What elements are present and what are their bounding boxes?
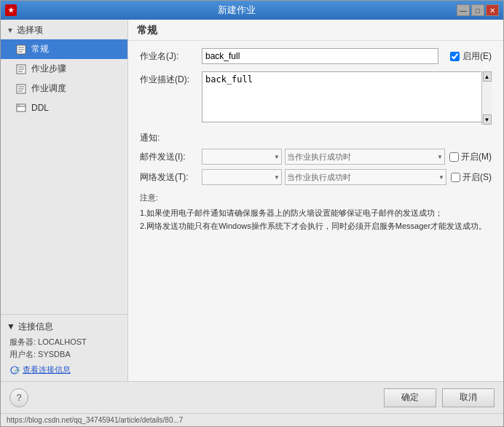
connection-info-section: ▼ 连接信息 服务器: LOCALHOST 用户名: SYSDBA 🔗 查看连接… xyxy=(1,314,127,381)
general-label: 常规 xyxy=(31,43,49,55)
sidebar-item-ddl[interactable]: DDL xyxy=(1,98,127,117)
net-condition-select[interactable]: 当作业执行成功时 xyxy=(285,169,446,185)
connection-link-text: 查看连接信息 xyxy=(23,364,71,375)
footer: ? 确定 取消 xyxy=(1,381,503,413)
email-condition-select[interactable]: 当作业执行成功时 xyxy=(285,149,445,165)
steps-label: 作业步骤 xyxy=(31,63,66,75)
right-panel: 常规 作业名(J): 启用(E) 作业描述(D): back_full xyxy=(128,20,503,381)
view-connection-link[interactable]: 🔗 查看连接信息 xyxy=(7,364,122,375)
connection-details: 服务器: LOCALHOST 用户名: SYSDBA xyxy=(7,336,122,361)
email-enable-label: 开启(M) xyxy=(461,151,492,163)
job-desc-wrapper: back_full ▲ ▼ xyxy=(202,71,492,125)
maximize-button[interactable]: □ xyxy=(471,4,484,16)
ddl-label: DDL xyxy=(31,103,49,113)
net-recipient-select-wrapper: ▼ xyxy=(202,169,282,185)
steps-icon xyxy=(15,63,27,75)
email-notify-row: 邮件发送(I): ▼ 当作业执行成功时 ▼ xyxy=(140,149,492,165)
notify-title: 通知: xyxy=(140,132,492,144)
email-enable-checkbox[interactable] xyxy=(449,152,459,162)
sidebar-section-label: 选择项 xyxy=(17,24,43,36)
job-name-label: 作业名(J): xyxy=(140,50,202,63)
net-enable-check-row: 开启(S) xyxy=(451,171,492,184)
email-recipient-select-wrapper: ▼ xyxy=(202,149,282,165)
notify-section: 通知: 邮件发送(I): ▼ 当作业执行成功时 xyxy=(140,132,492,185)
note-line-1: 1.如果使用电子邮件通知请确保服务器上的防火墙设置能够保证电子邮件的发送成功； xyxy=(140,206,492,220)
net-notify-row: 网络发送(T): ▼ 当作业执行成功时 ▼ xyxy=(140,169,492,185)
status-bar: https://blog.csdn.net/qq_34745941/articl… xyxy=(1,413,503,426)
connection-title-label: 连接信息 xyxy=(18,321,53,333)
enabled-label: 启用(E) xyxy=(462,50,492,63)
net-enable-label: 开启(S) xyxy=(462,171,492,184)
note-title: 注意: xyxy=(140,191,492,205)
connection-link-icon: 🔗 xyxy=(9,365,20,375)
job-desc-input[interactable]: back_full xyxy=(202,71,492,122)
connection-arrow-icon: ▼ xyxy=(7,321,15,332)
connection-title: ▼ 连接信息 xyxy=(7,321,122,333)
sidebar-item-steps[interactable]: 作业步骤 xyxy=(1,59,127,79)
sidebar-item-schedule[interactable]: 作业调度 xyxy=(1,79,127,98)
svg-rect-12 xyxy=(17,104,25,111)
net-enable-checkbox[interactable] xyxy=(451,173,460,182)
cancel-button[interactable]: 取消 xyxy=(442,388,495,407)
footer-right: 确定 取消 xyxy=(384,388,495,407)
window-controls: — □ ✕ xyxy=(457,4,499,16)
footer-left: ? xyxy=(9,388,28,407)
close-button[interactable]: ✕ xyxy=(486,4,499,16)
main-content: ▼ 选择项 常规 xyxy=(1,20,503,381)
net-recipient-select[interactable] xyxy=(202,169,282,185)
textarea-scrollbar: ▲ ▼ xyxy=(481,71,492,125)
titlebar: ★ 新建作业 — □ ✕ xyxy=(1,1,503,20)
email-recipient-select[interactable] xyxy=(202,149,282,165)
schedule-icon xyxy=(15,83,27,95)
email-label: 邮件发送(I): xyxy=(140,151,202,163)
general-icon xyxy=(15,44,27,55)
sidebar-item-general[interactable]: 常规 xyxy=(1,39,127,59)
main-window: ★ 新建作业 — □ ✕ ▼ 选择项 xyxy=(0,0,504,427)
svg-text:🔗: 🔗 xyxy=(14,367,20,374)
sidebar-section-header: ▼ 选择项 xyxy=(1,20,127,39)
server-info: 服务器: LOCALHOST xyxy=(9,336,122,349)
scrollbar-down-button[interactable]: ▼ xyxy=(483,114,492,125)
ddl-icon xyxy=(15,102,27,114)
enabled-checkbox-row: 启用(E) xyxy=(450,50,492,63)
sidebar: ▼ 选择项 常规 xyxy=(1,20,128,381)
net-label: 网络发送(T): xyxy=(140,171,202,184)
window-title: 新建作业 xyxy=(17,4,457,17)
email-condition-select-wrapper: 当作业执行成功时 ▼ xyxy=(285,149,445,165)
scrollbar-up-button[interactable]: ▲ xyxy=(483,71,492,82)
job-desc-row: 作业描述(D): back_full ▲ ▼ xyxy=(140,71,492,125)
ok-button[interactable]: 确定 xyxy=(384,388,436,407)
panel-title: 常规 xyxy=(128,20,503,41)
status-url: https://blog.csdn.net/qq_34745941/articl… xyxy=(7,416,183,424)
help-button[interactable]: ? xyxy=(9,388,28,407)
collapse-arrow-icon: ▼ xyxy=(7,26,14,34)
job-desc-label: 作业描述(D): xyxy=(140,71,202,86)
enabled-checkbox[interactable] xyxy=(450,52,460,61)
user-info: 用户名: SYSDBA xyxy=(9,348,122,361)
note-line-2: 2.网络发送功能只有在Windows操作系统下才会执行，同时必须开启服务Mess… xyxy=(140,219,492,233)
notes-section: 注意: 1.如果使用电子邮件通知请确保服务器上的防火墙设置能够保证电子邮件的发送… xyxy=(140,191,492,233)
minimize-button[interactable]: — xyxy=(457,4,470,16)
job-name-input[interactable] xyxy=(202,48,438,64)
svg-rect-14 xyxy=(18,105,20,106)
schedule-label: 作业调度 xyxy=(31,82,66,95)
email-enable-check-row: 开启(M) xyxy=(449,151,492,163)
net-condition-select-wrapper: 当作业执行成功时 ▼ xyxy=(285,169,446,185)
job-name-row: 作业名(J): 启用(E) xyxy=(140,48,492,64)
app-icon: ★ xyxy=(5,4,17,16)
panel-body: 作业名(J): 启用(E) 作业描述(D): back_full ▲ ▼ xyxy=(128,41,503,381)
